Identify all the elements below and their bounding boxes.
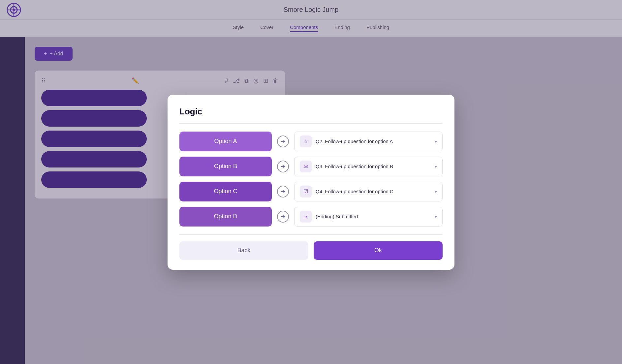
ending-icon: ⇥ [304, 214, 308, 219]
modal-title: Logic [179, 106, 443, 124]
logic-row-c: Option C ➔ ☑ Q4. Follow-up question for … [179, 182, 443, 201]
option-d-button[interactable]: Option D [179, 207, 272, 227]
logic-row-b: Option B ➔ ✉ Q3. Follow-up question for … [179, 157, 443, 176]
chevron-down-icon-c: ▾ [435, 189, 437, 194]
logic-row-d: Option D ➔ ⇥ (Ending) Submitted ▾ [179, 207, 443, 227]
dropdown-label-a: Q2. Follow-up question for option A [316, 138, 431, 144]
option-c-button[interactable]: Option C [179, 182, 272, 201]
dropdown-icon-a: ☆ [300, 136, 312, 147]
dropdown-label-d: (Ending) Submitted [316, 214, 431, 219]
chevron-down-icon-a: ▾ [435, 139, 437, 144]
option-a-button[interactable]: Option A [179, 132, 272, 151]
dropdown-icon-b: ✉ [300, 161, 312, 172]
dropdown-a[interactable]: ☆ Q2. Follow-up question for option A ▾ [294, 132, 443, 151]
back-button[interactable]: Back [179, 241, 308, 260]
dropdown-c[interactable]: ☑ Q4. Follow-up question for option C ▾ [294, 182, 443, 201]
modal-footer: Back Ok [179, 241, 443, 260]
checkbox-icon: ☑ [303, 188, 308, 195]
logic-modal: Logic Option A ➔ ☆ Q2. Follow-up questio… [168, 95, 454, 270]
chevron-down-icon-d: ▾ [435, 214, 437, 219]
chevron-down-icon-b: ▾ [435, 164, 437, 169]
logic-row-a: Option A ➔ ☆ Q2. Follow-up question for … [179, 132, 443, 151]
dropdown-b[interactable]: ✉ Q3. Follow-up question for option B ▾ [294, 157, 443, 176]
dropdown-icon-c: ☑ [300, 186, 312, 197]
arrow-circle-b: ➔ [277, 161, 289, 172]
dropdown-d[interactable]: ⇥ (Ending) Submitted ▾ [294, 207, 443, 227]
star-icon: ☆ [303, 138, 308, 144]
option-b-button[interactable]: Option B [179, 157, 272, 176]
arrow-circle-a: ➔ [277, 136, 289, 147]
dropdown-icon-d: ⇥ [300, 211, 312, 223]
dropdown-label-c: Q4. Follow-up question for option C [316, 189, 431, 194]
ok-button[interactable]: Ok [314, 241, 443, 260]
logic-rows: Option A ➔ ☆ Q2. Follow-up question for … [179, 132, 443, 235]
arrow-circle-c: ➔ [277, 186, 289, 197]
dropdown-label-b: Q3. Follow-up question for option B [316, 164, 431, 169]
mail-icon: ✉ [304, 163, 308, 169]
arrow-circle-d: ➔ [277, 211, 289, 223]
modal-backdrop: Logic Option A ➔ ☆ Q2. Follow-up questio… [0, 0, 622, 364]
